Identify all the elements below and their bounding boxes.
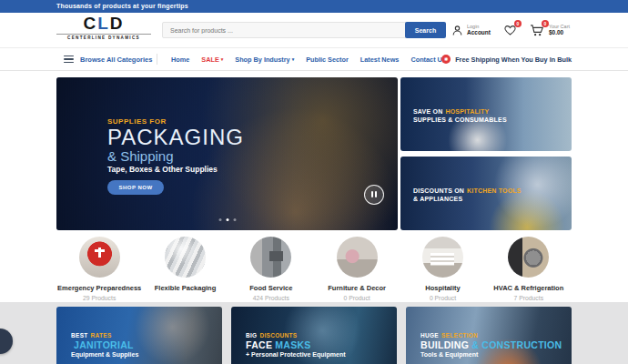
nav-item-label: Public Sector <box>306 56 349 64</box>
category-image-emergency-preparedness <box>79 237 120 278</box>
title-pre: FACE <box>246 339 272 350</box>
banner-eyebrow: HUGESELECTION <box>420 332 562 339</box>
carousel-dot[interactable] <box>218 218 221 221</box>
category-row: Emergency Preparedness 29 Products Flexi… <box>56 237 572 301</box>
category-count: 0 Product <box>314 295 400 301</box>
carousel-dot[interactable] <box>233 218 236 221</box>
banner-text: BIGDISCOUNTS FACEMASKS + Personal Protec… <box>246 332 346 359</box>
hamburger-icon <box>64 56 74 64</box>
title-highlight: JANITORIAL <box>74 339 134 350</box>
cart-total: $0.00 <box>549 29 570 36</box>
carousel-pause-button[interactable] <box>364 185 384 205</box>
category-hvac-refrigeration[interactable]: HVAC & Refrigeration 7 Products <box>486 237 572 301</box>
building-construction-banner[interactable]: HUGESELECTION BUILDING& CONSTRUCTION Too… <box>406 307 572 364</box>
logo-letter-d: D <box>110 14 125 33</box>
category-flexible-packaging[interactable]: Flexible Packaging <box>142 237 228 301</box>
search-input[interactable] <box>162 22 406 38</box>
category-emergency-preparedness[interactable]: Emergency Preparedness 29 Products <box>56 237 142 301</box>
banner-eyebrow: BIGDISCOUNTS <box>246 332 346 339</box>
eyebrow-pre: BEST <box>71 332 88 339</box>
hero-content: SUPPLIES FOR PACKAGING & Shipping Tape, … <box>107 117 244 195</box>
logo-subtext: CENTERLINE DYNAMICS <box>56 34 151 40</box>
banner-line2: SUPPLIES & CONSUMABLES <box>413 116 507 124</box>
hero-subtitle: & Shipping <box>107 148 244 164</box>
hero-tagline: Tape, Boxes & Other Supplies <box>107 165 244 175</box>
category-image-hvac-refrigeration <box>508 237 549 278</box>
logo-letter-l: L <box>97 14 110 33</box>
navbar: Browse All Categories Home SALE▾ Shop By… <box>0 47 628 71</box>
carousel-dot-active[interactable] <box>226 218 228 221</box>
bottom-banner-section: BESTRATES JANITORIAL Equipment & Supplie… <box>0 302 628 364</box>
account-label: Account <box>467 29 491 36</box>
hospitality-banner[interactable]: SAVE ONHOSPITALITY SUPPLIES & CONSUMABLE… <box>400 77 572 151</box>
category-food-service[interactable]: Food Service 424 Products <box>228 237 314 301</box>
nav-item-home[interactable]: Home <box>171 56 189 64</box>
title-pre: BUILDING <box>420 339 469 350</box>
shop-now-button[interactable]: SHOP NOW <box>107 180 164 195</box>
category-image-food-service <box>250 237 291 278</box>
page: Thousands of products at your fingertips… <box>0 0 628 364</box>
banner-text: DISCOUNTS ONKITCHEN TOOLS & APPLIANCES <box>413 187 522 203</box>
account-labels: Login Account <box>467 24 491 36</box>
category-name: Food Service <box>228 284 314 292</box>
eyebrow-highlight: DISCOUNTS <box>259 332 297 339</box>
category-name: Hospitality <box>400 284 485 292</box>
header: CLD CENTERLINE DYNAMICS Search Login Acc… <box>0 13 628 47</box>
hero-title: PACKAGING <box>107 126 244 148</box>
category-image-furniture-decor <box>337 237 378 278</box>
category-count: 424 Products <box>228 295 314 301</box>
cart-button[interactable]: 0 Your Cart $0.00 <box>530 24 570 37</box>
nav-item-sale[interactable]: SALE▾ <box>201 56 223 64</box>
nav-item-label: Latest News <box>360 56 400 64</box>
banner-eyebrow: BESTRATES <box>71 332 138 339</box>
chevron-down-icon: ▾ <box>292 57 295 62</box>
banner-tagline: + Personal Protective Equipment <box>246 350 346 359</box>
banner-highlight: KITCHEN TOOLS <box>467 187 522 194</box>
nav-links: Home SALE▾ Shop By Industry▾ Public Sect… <box>171 48 446 70</box>
carousel-dots <box>218 218 236 221</box>
logo[interactable]: CLD CENTERLINE DYNAMICS <box>56 15 151 40</box>
category-count: 7 Products <box>486 295 572 301</box>
janitorial-banner[interactable]: BESTRATES JANITORIAL Equipment & Supplie… <box>56 307 222 364</box>
category-name: Furniture & Decor <box>314 284 400 292</box>
promo-text: Free Shipping When You Buy In Bulk <box>455 56 572 64</box>
search-button[interactable]: Search <box>405 22 446 38</box>
nav-item-label: Shop By Industry <box>235 56 289 64</box>
wishlist-button[interactable]: 0 <box>503 24 517 36</box>
seal-icon: ✱ <box>441 55 451 64</box>
nav-item-public-sector[interactable]: Public Sector <box>306 56 349 64</box>
banner-highlight: HOSPITALITY <box>445 108 489 115</box>
title-highlight: MASKS <box>275 339 310 350</box>
category-name: Emergency Preparedness <box>56 284 142 292</box>
banner-pre: DISCOUNTS ON <box>413 187 464 194</box>
nav-item-latest-news[interactable]: Latest News <box>360 56 400 64</box>
kitchen-tools-banner[interactable]: DISCOUNTS ONKITCHEN TOOLS & APPLIANCES <box>400 157 572 230</box>
banner-line1: DISCOUNTS ONKITCHEN TOOLS <box>413 187 522 195</box>
nav-item-label: Home <box>171 56 189 64</box>
hero-carousel: SUPPLIES FOR PACKAGING & Shipping Tape, … <box>56 77 398 230</box>
logo-word: CLD <box>56 15 151 33</box>
eyebrow-highlight: RATES <box>91 332 112 339</box>
eyebrow-pre: HUGE <box>420 332 439 339</box>
face-masks-banner[interactable]: BIGDISCOUNTS FACEMASKS + Personal Protec… <box>231 307 397 364</box>
topbar-message: Thousands of products at your fingertips <box>0 0 628 13</box>
banner-line2: & APPLIANCES <box>413 195 522 203</box>
category-furniture-decor[interactable]: Furniture & Decor 0 Product <box>314 237 400 301</box>
eyebrow-highlight: SELECTION <box>441 332 478 339</box>
nav-divider <box>157 54 157 65</box>
category-hospitality[interactable]: Hospitality 0 Product <box>400 237 485 301</box>
nav-item-shop-by-industry[interactable]: Shop By Industry▾ <box>235 56 294 64</box>
banner-tagline: Equipment & Supplies <box>71 350 138 359</box>
account-link[interactable]: Login Account <box>451 24 491 36</box>
banner-line1: SAVE ONHOSPITALITY <box>413 107 507 116</box>
category-name: Flexible Packaging <box>142 284 228 292</box>
banner-title: BUILDING& CONSTRUCTION <box>420 339 562 350</box>
wishlist-badge: 0 <box>514 20 522 27</box>
nav-item-label: Contact Us <box>410 56 446 64</box>
category-count: 0 Product <box>400 295 485 301</box>
browse-all-categories-button[interactable]: Browse All Categories <box>64 48 152 70</box>
nav-item-contact-us[interactable]: Contact Us <box>410 56 446 64</box>
user-icon <box>451 25 463 36</box>
banner-title: JANITORIAL <box>71 339 138 350</box>
category-image-hospitality <box>422 237 463 278</box>
